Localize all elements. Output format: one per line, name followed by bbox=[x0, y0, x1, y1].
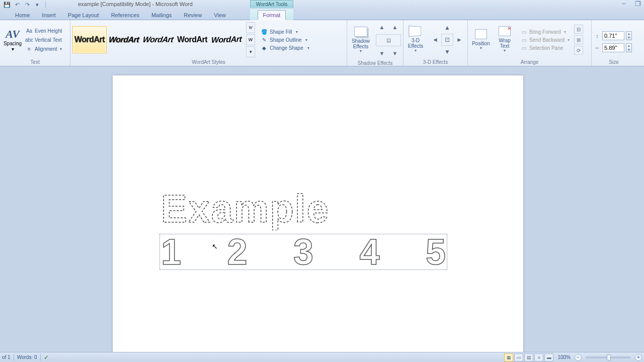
shadow-effects-icon bbox=[354, 27, 367, 37]
send-backward-label: Send Backward bbox=[529, 37, 565, 43]
threed-effects-button[interactable]: 3-D Effects ▾ bbox=[406, 22, 426, 57]
tab-review[interactable]: Review bbox=[178, 11, 208, 20]
tab-insert[interactable]: Insert bbox=[36, 11, 62, 20]
spellcheck-icon[interactable]: ✓ bbox=[44, 354, 49, 361]
size-group-label: Size bbox=[594, 58, 634, 66]
wordart-row-mid[interactable]: W bbox=[246, 34, 255, 45]
quick-access-toolbar: 💾 ↶ ↷ ▾ bbox=[0, 1, 48, 9]
spacing-button[interactable]: AV Spacing ▾ bbox=[2, 22, 23, 57]
word-count[interactable]: Words: 0 bbox=[17, 354, 37, 360]
change-shape-button[interactable]: ◆ Change Shape ▾ bbox=[260, 44, 310, 51]
wordart-number: 4 bbox=[359, 234, 379, 270]
vertical-text-label: Vertical Text bbox=[35, 37, 62, 43]
width-input[interactable] bbox=[602, 43, 624, 52]
zoom-in-button[interactable]: + bbox=[635, 354, 642, 361]
status-separator bbox=[14, 354, 14, 361]
align-button[interactable]: ⊟ bbox=[574, 25, 583, 34]
tilt-blank bbox=[429, 22, 441, 34]
width-spinner[interactable]: ▲▼ bbox=[626, 43, 632, 52]
tilt-blank bbox=[429, 46, 441, 58]
wordart-styles-label: WordArt Styles bbox=[72, 58, 345, 66]
page-indicator[interactable]: of 1 bbox=[2, 354, 11, 360]
full-screen-view[interactable]: ▭ bbox=[514, 353, 523, 361]
chevron-down-icon: ▾ bbox=[12, 46, 14, 52]
selection-pane-label: Selection Pane bbox=[529, 45, 563, 51]
spacing-icon: AV bbox=[6, 28, 20, 41]
wordart-numbers-object[interactable]: 1 2 3 4 5 bbox=[159, 234, 447, 270]
zoom-slider-thumb[interactable] bbox=[607, 354, 611, 360]
tilt-down[interactable]: ▼ bbox=[441, 46, 453, 58]
alignment-button[interactable]: ≡ Alignment ▾ bbox=[25, 45, 63, 53]
zoom-level[interactable]: 100% bbox=[557, 354, 571, 360]
shadow-nudge-up-left[interactable]: ▲ bbox=[376, 21, 388, 33]
tab-view[interactable]: View bbox=[208, 11, 232, 20]
wordart-example-text: Example bbox=[161, 191, 330, 230]
even-height-icon: Aa bbox=[26, 27, 33, 34]
zoom-out-button[interactable]: − bbox=[575, 354, 582, 361]
document-area[interactable]: Example 1 2 3 4 5 ↖ bbox=[0, 66, 644, 352]
alignment-label: Alignment bbox=[35, 46, 57, 52]
shadow-nudge-down-right[interactable]: ▼ bbox=[389, 47, 401, 59]
window-buttons: − ❐ bbox=[620, 0, 642, 7]
vertical-text-button[interactable]: abc Vertical Text bbox=[25, 36, 63, 44]
wordart-style-4[interactable]: WordArt bbox=[175, 26, 209, 53]
wordart-example-object[interactable]: Example bbox=[161, 191, 448, 230]
outline-view[interactable]: ≡ bbox=[534, 353, 543, 361]
undo-icon[interactable]: ↶ bbox=[13, 1, 21, 9]
shadow-nudge-down-left[interactable]: ▼ bbox=[376, 47, 388, 59]
even-height-button[interactable]: Aa Even Height bbox=[25, 27, 63, 35]
tilt-blank bbox=[453, 22, 465, 34]
qat-dropdown-icon[interactable]: ▾ bbox=[33, 1, 41, 9]
wrap-text-button[interactable]: ✕ Wrap Text ▾ bbox=[494, 22, 516, 57]
send-backward-icon: ▭ bbox=[520, 36, 527, 43]
shadow-toggle[interactable]: ⊡ bbox=[376, 34, 401, 46]
tab-home[interactable]: Home bbox=[9, 11, 36, 20]
shape-outline-button[interactable]: ✎ Shape Outline ▾ bbox=[260, 36, 310, 43]
status-right: ▦ ▭ ▤ ≡ ▬ 100% − + bbox=[504, 353, 642, 361]
redo-icon[interactable]: ↷ bbox=[23, 1, 31, 9]
print-layout-view[interactable]: ▦ bbox=[504, 353, 513, 361]
height-input[interactable] bbox=[602, 31, 624, 40]
draft-view[interactable]: ▬ bbox=[544, 353, 553, 361]
web-layout-view[interactable]: ▤ bbox=[524, 353, 533, 361]
wordart-style-2[interactable]: WordArt bbox=[107, 26, 141, 53]
selection-pane-button[interactable]: ▭ Selection Pane bbox=[519, 44, 571, 51]
gallery-more-button[interactable]: ▾ bbox=[246, 46, 255, 57]
chevron-down-icon: ▾ bbox=[60, 47, 62, 51]
tilt-left[interactable]: ◄ bbox=[429, 34, 441, 46]
zoom-slider[interactable] bbox=[586, 356, 631, 358]
minimize-button[interactable]: − bbox=[620, 0, 628, 7]
wordart-style-1[interactable]: WordArt bbox=[72, 26, 107, 53]
wordart-row-up[interactable]: W bbox=[246, 22, 255, 33]
tab-references[interactable]: References bbox=[105, 11, 145, 20]
wordart-style-5[interactable]: WordArt bbox=[209, 26, 244, 53]
shape-outline-icon: ✎ bbox=[261, 36, 268, 43]
wordart-number: 2 bbox=[227, 234, 247, 270]
tilt-right[interactable]: ► bbox=[453, 34, 465, 46]
wordart-style-3[interactable]: WordArt bbox=[141, 26, 175, 53]
group-button[interactable]: ⊞ bbox=[574, 35, 583, 44]
shadow-nudge-up-right[interactable]: ▲ bbox=[389, 21, 401, 33]
wrap-text-label: Wrap Text bbox=[494, 38, 515, 49]
threed-effects-group: 3-D Effects ▾ ▲ ◄ ⊡ ► ▼ 3-D Effects bbox=[404, 20, 468, 66]
chevron-down-icon: ▾ bbox=[568, 38, 570, 42]
shadow-effects-button[interactable]: Shadow Effects ▾ bbox=[349, 23, 372, 58]
restore-button[interactable]: ❐ bbox=[634, 0, 642, 7]
send-backward-button[interactable]: ▭ Send Backward ▾ bbox=[519, 36, 571, 43]
tab-mailings[interactable]: Mailings bbox=[145, 11, 178, 20]
tab-page-layout[interactable]: Page Layout bbox=[62, 11, 105, 20]
shadow-effects-group: Shadow Effects ▾ ▲ ▲ ⊡ ▼ ▼ Shadow Effect… bbox=[347, 20, 404, 66]
position-button[interactable]: Position ▾ bbox=[470, 22, 492, 57]
bring-forward-button[interactable]: ▭ Bring Forward ▾ bbox=[519, 28, 571, 35]
tilt-reset[interactable]: ⊡ bbox=[441, 34, 453, 46]
height-spinner[interactable]: ▲▼ bbox=[626, 31, 632, 40]
tilt-blank bbox=[453, 46, 465, 58]
shape-fill-label: Shape Fill bbox=[270, 29, 292, 35]
tab-format[interactable]: Format bbox=[258, 10, 286, 20]
save-icon[interactable]: 💾 bbox=[3, 1, 11, 9]
rotate-button[interactable]: ⟳ bbox=[574, 46, 583, 55]
chevron-down-icon: ▾ bbox=[415, 49, 417, 53]
chevron-down-icon: ▾ bbox=[296, 30, 298, 34]
tilt-up[interactable]: ▲ bbox=[441, 22, 453, 34]
shape-fill-button[interactable]: 🪣 Shape Fill ▾ bbox=[260, 28, 310, 35]
